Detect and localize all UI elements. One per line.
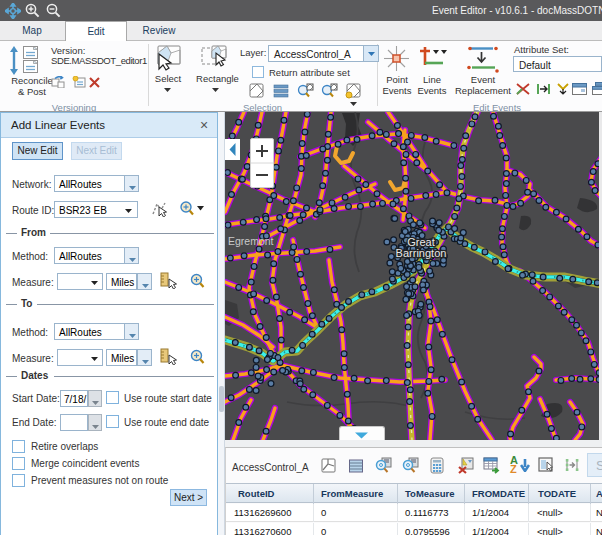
svg-text:Barrington: Barrington <box>396 247 447 259</box>
svg-text:Egremont: Egremont <box>228 235 274 247</box>
